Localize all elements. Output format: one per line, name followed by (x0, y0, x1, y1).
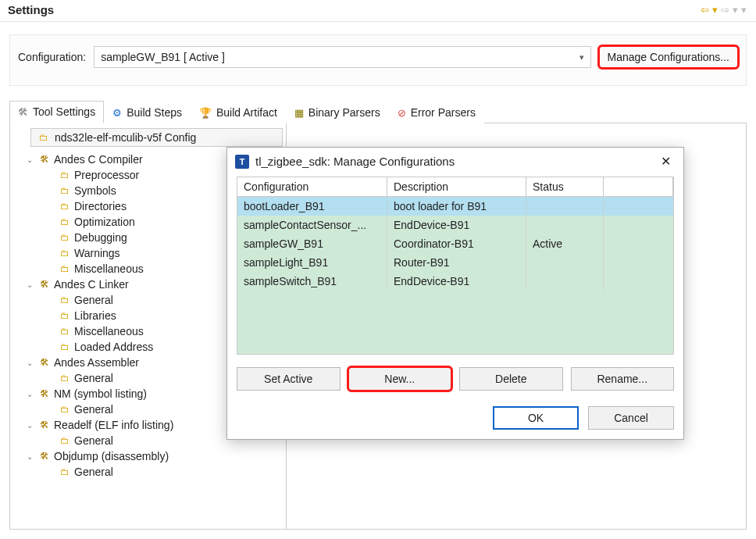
tool-icon: 🛠 (38, 357, 51, 368)
tree-item-label: General (74, 372, 113, 384)
col-configuration[interactable]: Configuration (237, 177, 387, 196)
tree-item[interactable]: ·🗀General (13, 464, 283, 480)
cell-description: EndDevice-B91 (387, 216, 526, 234)
tree-group-label: Readelf (ELF info listing) (54, 419, 173, 431)
manage-configurations-button[interactable]: Manage Configurations... (599, 46, 738, 68)
cell-description: boot loader for B91 (387, 197, 526, 216)
dialog-title-text: tl_zigbee_sdk: Manage Configurations (255, 155, 455, 168)
binary-parsers-icon: ▦ (294, 107, 304, 119)
close-icon[interactable]: ✕ (656, 152, 676, 170)
folder-icon: 🗀 (59, 216, 71, 227)
folder-icon: 🗀 (59, 341, 71, 352)
delete-button[interactable]: Delete (459, 367, 563, 391)
folder-icon: 🗀 (59, 263, 71, 274)
settings-tabs: 🛠 Tool Settings ⚙ Build Steps 🏆 Build Ar… (9, 100, 747, 123)
cancel-button[interactable]: Cancel (588, 406, 674, 430)
expand-icon[interactable]: ⌄ (24, 452, 35, 461)
toolchain-config-button[interactable]: 🗀 nds32le-elf-mculib-v5f Config (30, 128, 283, 147)
tree-group-label: Andes C Linker (54, 278, 129, 291)
tree-item-label: Libraries (74, 309, 116, 322)
tree-item-label: Debugging (74, 231, 127, 244)
tool-icon: 🛠 (38, 419, 51, 430)
back-menu-icon[interactable]: ▾ (711, 4, 719, 16)
tree-item-label: Symbols (74, 184, 116, 197)
tree-group-label: Andes C Compiler (54, 153, 143, 166)
table-row[interactable]: sampleContactSensor_...EndDevice-B91 (237, 216, 673, 234)
tab-tool-settings[interactable]: 🛠 Tool Settings (9, 101, 104, 123)
cell-status (526, 253, 604, 272)
manage-configurations-label: Manage Configurations... (608, 51, 729, 63)
page-title: Settings (8, 3, 54, 16)
settings-header: Settings ⇦ ▾ ⇨ ▾ ▾ (0, 0, 756, 22)
cell-empty (604, 253, 673, 272)
expand-icon[interactable]: ⌄ (24, 280, 35, 289)
chevron-down-icon: ▾ (579, 52, 584, 62)
manage-configurations-dialog: T tl_zigbee_sdk: Manage Configurations ✕… (226, 147, 684, 440)
table-row[interactable]: sampleGW_B91Coordinator-B91Active (237, 234, 673, 253)
folder-icon: 🗀 (37, 132, 50, 143)
table-row[interactable]: bootLoader_B91boot loader for B91 (237, 197, 673, 216)
button-label: New... (384, 373, 415, 385)
folder-icon: 🗀 (59, 373, 71, 384)
configurations-table: Configuration Description Status bootLoa… (237, 177, 674, 355)
expand-icon[interactable]: ⌄ (24, 421, 35, 430)
dropdown-icon[interactable]: ▾ (740, 4, 748, 16)
configuration-selected: sampleGW_B91 [ Active ] (101, 51, 225, 63)
expand-icon[interactable]: ⌄ (24, 390, 35, 398)
tab-label: Error Parsers (411, 106, 476, 119)
dialog-titlebar: T tl_zigbee_sdk: Manage Configurations ✕ (227, 148, 683, 177)
tab-binary-parsers[interactable]: ▦ Binary Parsers (286, 102, 389, 123)
ok-button[interactable]: OK (493, 406, 579, 430)
tab-label: Binary Parsers (308, 106, 380, 119)
folder-icon: 🗀 (59, 294, 71, 305)
tree-group[interactable]: ⌄🛠Objdump (disassembly) (13, 448, 283, 464)
tool-icon: 🛠 (38, 388, 51, 399)
configuration-label: Configuration: (18, 51, 86, 63)
new-button[interactable]: New... (348, 367, 452, 391)
rename-button[interactable]: Rename... (571, 367, 675, 391)
folder-icon: 🗀 (59, 466, 71, 477)
set-active-button[interactable]: Set Active (237, 367, 341, 391)
cell-status (526, 216, 604, 234)
folder-icon: 🗀 (59, 248, 71, 259)
expand-icon[interactable]: ⌄ (24, 155, 35, 164)
col-description[interactable]: Description (387, 177, 526, 196)
cell-description: Coordinator-B91 (387, 234, 526, 253)
configuration-bar: Configuration: sampleGW_B91 [ Active ] ▾… (9, 34, 747, 86)
cell-status (526, 197, 604, 216)
button-label: Delete (495, 373, 526, 385)
cell-configuration: sampleSwitch_B91 (237, 272, 387, 291)
forward-icon[interactable]: ⇨ (719, 4, 731, 16)
tab-error-parsers[interactable]: ⊘ Error Parsers (389, 102, 484, 123)
folder-icon: 🗀 (59, 310, 71, 321)
configuration-select[interactable]: sampleGW_B91 [ Active ] ▾ (94, 46, 590, 68)
folder-icon: 🗀 (59, 232, 71, 243)
tab-label: Build Steps (127, 106, 182, 119)
col-status[interactable]: Status (526, 177, 604, 196)
folder-icon: 🗀 (59, 435, 71, 446)
folder-icon: 🗀 (59, 404, 71, 415)
tool-icon: 🛠 (38, 279, 51, 290)
forward-menu-icon[interactable]: ▾ (731, 4, 740, 16)
build-artifact-icon: 🏆 (199, 107, 212, 119)
cell-configuration: sampleGW_B91 (237, 234, 387, 253)
button-label: Cancel (614, 412, 648, 424)
back-icon[interactable]: ⇦ (699, 4, 711, 16)
tab-build-artifact[interactable]: 🏆 Build Artifact (191, 102, 286, 123)
tree-item-label: General (74, 403, 113, 416)
tree-group-label: Objdump (disassembly) (54, 450, 169, 462)
tree-item-label: Miscellaneous (74, 325, 144, 337)
tool-icon: 🛠 (38, 451, 51, 462)
tree-item-label: General (74, 294, 113, 306)
folder-icon: 🗀 (59, 326, 71, 337)
cell-configuration: sampleLight_B91 (237, 253, 387, 272)
expand-icon[interactable]: ⌄ (24, 359, 35, 367)
folder-icon: 🗀 (59, 185, 71, 196)
tab-label: Tool Settings (33, 105, 95, 118)
dialog-action-row: Set Active New... Delete Rename... (237, 367, 674, 391)
dialog-bottom-row: OK Cancel (237, 406, 674, 430)
tab-build-steps[interactable]: ⚙ Build Steps (104, 102, 191, 123)
table-row[interactable]: sampleLight_B91Router-B91 (237, 253, 673, 272)
cell-configuration: bootLoader_B91 (237, 197, 387, 216)
table-row[interactable]: sampleSwitch_B91EndDevice-B91 (237, 272, 673, 291)
